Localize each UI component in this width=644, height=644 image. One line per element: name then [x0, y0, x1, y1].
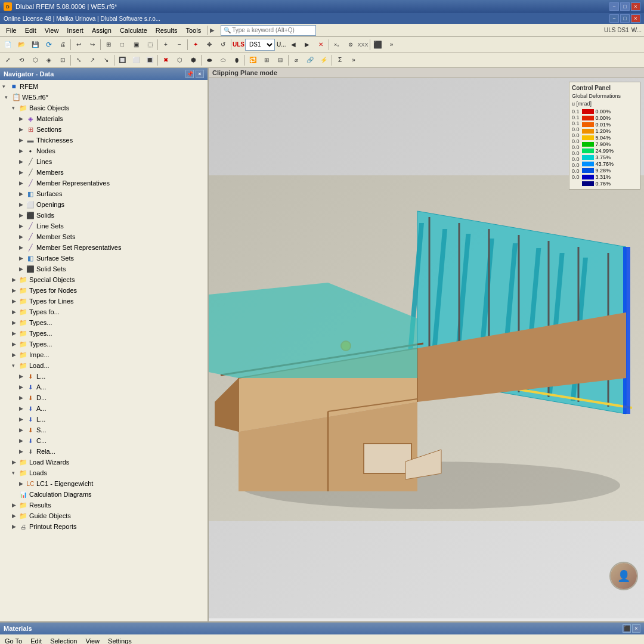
mat-goto[interactable]: Go To	[2, 636, 24, 645]
extra-btn3[interactable]: »	[385, 38, 398, 51]
menu-results[interactable]: Results	[152, 26, 181, 35]
tree-lt-4[interactable]: ▶ ⬇ A...	[0, 403, 208, 414]
print-btn[interactable]: 🖨	[56, 38, 69, 51]
t2-btn7[interactable]: ↗	[86, 54, 99, 67]
t2-btn14[interactable]: ⬢	[187, 54, 200, 67]
rotate-btn[interactable]: ↺	[216, 38, 230, 51]
tree-thicknesses[interactable]: ▶ ▬ Thicknesses	[0, 135, 208, 145]
tree-lt-1[interactable]: ▶ ⬇ L...	[0, 371, 208, 382]
zoom-out-btn[interactable]: −	[173, 38, 186, 51]
t2-btn9[interactable]: 🔲	[116, 54, 129, 67]
select-btn[interactable]: ✦	[189, 38, 202, 51]
tree-lt-5[interactable]: ▶ ⬇ L...	[0, 414, 208, 425]
tree-lc1[interactable]: ▶ LC LC1 - Eigengewicht	[0, 478, 208, 489]
next-btn[interactable]: ▶	[301, 38, 314, 51]
t2-btn20[interactable]: ⊟	[274, 54, 287, 67]
t2-btn16[interactable]: ⬭	[216, 54, 230, 67]
t2-btn18[interactable]: 🔁	[246, 54, 259, 67]
tree-types-lines[interactable]: ▶ 📁 Types for Lines	[0, 296, 208, 306]
nav-pin-btn[interactable]: 📌	[185, 70, 194, 78]
tree-lt-7[interactable]: ▶ ⬇ C...	[0, 435, 208, 446]
t2-btn1[interactable]: ⤢	[1, 54, 14, 67]
mat-selection[interactable]: Selection	[48, 636, 79, 645]
view-btn4[interactable]: ⬚	[143, 38, 156, 51]
title-bar-controls[interactable]: − □ ×	[609, 2, 640, 11]
view-btn3[interactable]: ▣	[129, 38, 143, 51]
tree-printout-reports[interactable]: ▶ 🖨 Printout Reports	[0, 521, 208, 532]
t2-btn5[interactable]: ⊡	[56, 54, 69, 67]
tree-lt-3[interactable]: ▶ ⬇ D...	[0, 392, 208, 403]
mat-settings[interactable]: Settings	[106, 636, 134, 645]
bp-controls[interactable]: ⬛ ×	[623, 624, 640, 633]
t2-btn2[interactable]: ⟲	[15, 54, 28, 67]
tree-types-nodes[interactable]: ▶ 📁 Types for Nodes	[0, 285, 208, 296]
menu-file[interactable]: File	[2, 26, 20, 35]
t2-btn12[interactable]: ✖	[159, 54, 172, 67]
tree-surfaces[interactable]: ▶ ◧ Surfaces	[0, 188, 208, 199]
t2-btn4[interactable]: ◈	[42, 54, 55, 67]
prev-btn[interactable]: ◀	[287, 38, 300, 51]
tree-members[interactable]: ▶ ╱ Members	[0, 167, 208, 178]
tree-guide-objects[interactable]: ▶ 📁 Guide Objects	[0, 510, 208, 521]
t2-btn23[interactable]: ⚡	[317, 54, 330, 67]
t2-btn10[interactable]: ⬜	[129, 54, 143, 67]
tree-membersetreps[interactable]: ▶ ╱ Member Set Representatives	[0, 242, 208, 253]
tree-sections[interactable]: ▶ ⊞ Sections	[0, 124, 208, 135]
tree-loads[interactable]: ▾ 📁 Loads	[0, 467, 208, 478]
tree-impe[interactable]: ▶ 📁 Impe...	[0, 349, 208, 360]
save-btn[interactable]: 💾	[29, 38, 42, 51]
menu-calculate[interactable]: Calculate	[116, 26, 151, 35]
ds-dropdown[interactable]: DS1	[245, 39, 275, 51]
t2-btn3[interactable]: ⬡	[29, 54, 42, 67]
move-btn[interactable]: ✥	[203, 38, 216, 51]
t2-btn13[interactable]: ⬡	[173, 54, 186, 67]
tree-load-wizards[interactable]: ▶ 📁 Load Wizards	[0, 457, 208, 467]
t2-btn19[interactable]: ⊞	[260, 54, 273, 67]
menu-view[interactable]: View	[41, 26, 63, 35]
t2-btn22[interactable]: 🔗	[304, 54, 317, 67]
more-btn[interactable]: ⬛	[371, 38, 385, 51]
mat-view[interactable]: View	[83, 636, 102, 645]
tree-nodes[interactable]: ▶ ● Nodes	[0, 145, 208, 156]
t2-btn11[interactable]: 🔳	[143, 54, 156, 67]
tree-lt-2[interactable]: ▶ ⬇ A...	[0, 382, 208, 392]
menu-insert[interactable]: Insert	[63, 26, 87, 35]
tree-member-reps[interactable]: ▶ ╱ Member Representatives	[0, 178, 208, 188]
tree-types-4[interactable]: ▶ 📁 Types...	[0, 317, 208, 328]
zoom-in-btn[interactable]: +	[159, 38, 172, 51]
menu-edit[interactable]: Edit	[21, 26, 40, 35]
tree-openings[interactable]: ▶ ⬜ Openings	[0, 199, 208, 210]
tree-file[interactable]: ▾ 📋 WE5.rf6*	[0, 92, 208, 103]
tree-calc-diagrams[interactable]: 📊 Calculation Diagrams	[0, 489, 208, 500]
extra-btn1[interactable]: ×ₓ	[330, 38, 343, 51]
search-input[interactable]	[232, 27, 304, 33]
tree-surfacesets[interactable]: ▶ ◧ Surface Sets	[0, 253, 208, 264]
t2-btn6[interactable]: ⤡	[72, 54, 85, 67]
tree-lt-6[interactable]: ▶ ⬇ S...	[0, 425, 208, 435]
bp-restore-btn[interactable]: ⬛	[623, 624, 631, 633]
tree-load-types[interactable]: ▾ 📁 Load...	[0, 360, 208, 371]
viewport-3d[interactable]: Control Panel Global Deformations u [mra…	[209, 78, 644, 618]
sec-close-btn[interactable]: ×	[631, 14, 640, 23]
tree-types-5[interactable]: ▶ 📁 Types...	[0, 328, 208, 339]
menu-assign[interactable]: Assign	[88, 26, 115, 35]
open-btn[interactable]: 📂	[15, 38, 28, 51]
redo-btn[interactable]: ↪	[86, 38, 99, 51]
t2-btn25[interactable]: »	[347, 54, 360, 67]
bp-close-btn[interactable]: ×	[632, 624, 640, 633]
secondary-controls[interactable]: − □ ×	[609, 14, 640, 23]
view-btn1[interactable]: ⊞	[102, 38, 115, 51]
t2-btn15[interactable]: ⬬	[203, 54, 216, 67]
menu-tools[interactable]: Tools	[182, 26, 205, 35]
tree-solidsets[interactable]: ▶ ⬛ Solid Sets	[0, 264, 208, 274]
tree-special[interactable]: ▶ 📁 Special Objects	[0, 274, 208, 285]
tree-types-6[interactable]: ▶ 📁 Types...	[0, 339, 208, 349]
t2-btn17[interactable]: ⬮	[230, 54, 243, 67]
tree-types-3[interactable]: ▶ 📁 Types fo...	[0, 306, 208, 317]
tree-rfem[interactable]: ▾ ■ RFEM	[0, 81, 208, 92]
tree-materials[interactable]: ▶ ◈ Materials	[0, 113, 208, 124]
clear-btn[interactable]: ✕	[314, 38, 327, 51]
tree-results[interactable]: ▶ 📁 Results	[0, 500, 208, 510]
refresh-btn[interactable]: ⟳	[42, 38, 55, 51]
tree-lines[interactable]: ▶ ╱ Lines	[0, 156, 208, 167]
